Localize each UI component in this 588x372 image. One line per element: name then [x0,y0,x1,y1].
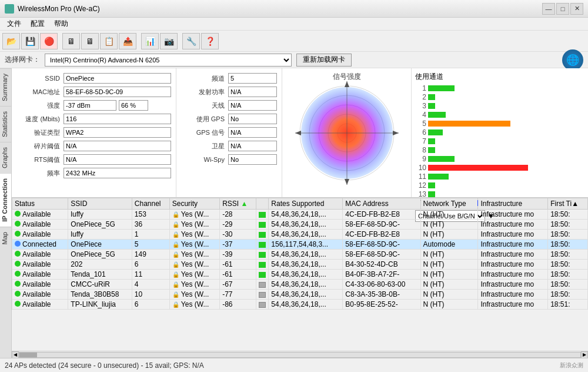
svg-marker-8 [345,81,349,87]
th-rates[interactable]: Rates Supported [269,198,343,210]
gps-use-label: 使用 GPS [181,115,228,124]
menu-file[interactable]: 文件 [2,18,26,30]
td-rssi-bar-8 [256,290,269,300]
window-title: WirelessMon Pro (We-aC) [18,5,100,13]
td-firstti-9: 18:51: [548,300,588,310]
td-ssid-8: Tenda_3B0B58 [68,290,132,300]
th-channel[interactable]: Channel [132,198,169,210]
nic-reload-button[interactable]: 重新加载网卡 [296,54,352,67]
strength-value: -37 dBm [64,100,116,111]
table-row[interactable]: Available luffy 153 🔒 Yes (W... -28 54,4… [12,210,588,220]
tb-record[interactable]: 🔴 [40,33,58,49]
scroll-left-btn[interactable]: ◀ [12,351,19,358]
channel-bar-7: 7 [415,137,584,145]
ch-fill-10 [428,165,528,171]
ch-num-9: 9 [415,155,428,163]
td-firstti-3: 18:50: [548,240,588,250]
tb-monitor1[interactable]: 🖥 [62,33,80,49]
ch-fill-11 [428,174,449,180]
mac-value: 58-EF-68-5D-9C-09 [64,87,171,97]
th-ssid[interactable]: SSID [68,198,132,210]
tb-monitor2[interactable]: 🖥 [81,33,99,49]
net-table-wrapper[interactable]: Status SSID Channel Security RSSI ▲ Rate… [12,198,588,351]
tab-graphs[interactable]: Graphs [0,142,11,173]
radar-svg [294,80,400,186]
menu-help[interactable]: 帮助 [49,18,73,30]
ch-num-3: 3 [415,102,428,110]
td-channel-3: 5 [132,240,169,250]
tb-export[interactable]: 📤 [119,33,136,49]
rssi-indicator-2 [259,232,266,238]
mac-row: MAC地址 58-EF-68-5D-9C-09 [16,87,171,97]
th-nettype[interactable]: Network Type [420,198,478,210]
sat-label: 卫星 [181,142,228,151]
network-table: Status SSID Channel Security RSSI ▲ Rate… [12,198,588,310]
th-firstti[interactable]: First Ti▲ [548,198,588,210]
tab-summary[interactable]: Summary [0,68,11,106]
maximize-button[interactable]: □ [556,3,569,15]
tb-settings[interactable]: 🔧 [182,33,200,49]
scroll-track[interactable] [19,352,581,358]
tab-map[interactable]: Map [0,227,11,249]
wispy-label: Wi-Spy [181,156,228,163]
channel-bar-5: 5 [415,119,584,128]
table-row[interactable]: Available OnePiece_5G 149 🔒 Yes (W... -3… [12,250,588,260]
tb-camera[interactable]: 📷 [160,33,178,49]
td-rates-7: 54,48,36,24,18,... [269,280,343,290]
tb-clip[interactable]: 📋 [100,33,118,49]
td-security-1: 🔒 Yes (W... [169,220,219,230]
nic-select[interactable]: Intel(R) Centrino(R) Advanced-N 6205 [45,54,292,67]
channel-bar-11: 11 [415,172,584,181]
td-rssi-5: -61 [220,260,256,270]
status-dot-0 [15,211,21,217]
table-row[interactable]: Available Tenda_3B0B58 10 🔒 Yes (W... -7… [12,290,588,300]
td-infra-7: Infrastructure mo [478,280,548,290]
td-rssi-bar-4 [256,250,269,260]
table-row[interactable]: Available CMCC-uRiR 4 🔒 Yes (W... -67 54… [12,280,588,290]
tb-chart[interactable]: 📊 [141,33,159,49]
mac-label: MAC地址 [16,88,64,97]
toolbar: 📂 💾 🔴 🖥 🖥 📋 📤 📊 📷 🔧 ❓ [0,31,588,52]
th-rssi[interactable]: RSSI ▲ [220,198,256,210]
td-security-4: 🔒 Yes (W... [169,250,219,260]
th-infra[interactable]: Infrastructure [478,198,548,210]
td-rates-6: 54,48,36,24,18,... [269,270,343,280]
th-rssi-bar [256,198,269,210]
menu-config[interactable]: 配置 [26,18,49,30]
tab-statistics[interactable]: Statistics [0,106,11,142]
th-security[interactable]: Security [169,198,219,210]
ch-fill-13 [428,191,435,197]
scroll-right-btn[interactable]: ▶ [581,351,588,358]
table-row[interactable]: Available TP-LINK_liujia 6 🔒 Yes (W... -… [12,300,588,310]
td-status-3: Connected [12,240,68,250]
table-row[interactable]: Available OnePiece_5G 36 🔒 Yes (W... -29… [12,220,588,230]
td-infra-4: Infrastructure mo [478,250,548,260]
tab-ip-connection[interactable]: IP Connection [0,173,11,227]
table-row[interactable]: Available 202 6 🔒 Yes (W... -61 54,48,36… [12,260,588,270]
menu-bar: 文件 配置 帮助 [0,18,588,31]
tb-open[interactable]: 📂 [2,33,20,49]
tb-help[interactable]: ❓ [201,33,219,49]
scroll-thumb[interactable] [19,353,37,357]
td-nettype-8: N (HT) [420,290,478,300]
th-mac[interactable]: MAC Address [343,198,420,210]
td-nettype-5: N (HT) [420,260,478,270]
tb-save[interactable]: 💾 [21,33,39,49]
minimize-button[interactable]: — [542,3,555,15]
td-channel-2: 1 [132,230,169,240]
table-row[interactable]: Connected OnePiece 5 🔒 Yes (W... -37 156… [12,240,588,250]
td-security-3: 🔒 Yes (W... [169,240,219,250]
th-status[interactable]: Status [12,198,68,210]
table-row[interactable]: Available Tenda_101 11 🔒 Yes (W... -61 5… [12,270,588,280]
table-header-row: Status SSID Channel Security RSSI ▲ Rate… [12,198,588,210]
ssid-label: SSID [16,75,64,82]
title-bar: WirelessMon Pro (We-aC) — □ ✕ [0,0,588,18]
table-row[interactable]: Available luffy 1 🔒 Yes (W... -30 54,48,… [12,230,588,240]
ch-num-1: 1 [415,84,428,92]
rssi-indicator-5 [259,262,266,268]
h-scrollbar[interactable]: ◀ ▶ [12,351,588,358]
rssi-indicator-7 [259,282,266,288]
close-button[interactable]: ✕ [570,3,583,15]
td-channel-8: 10 [132,290,169,300]
td-infra-0: Infrastructure mo [478,210,548,220]
